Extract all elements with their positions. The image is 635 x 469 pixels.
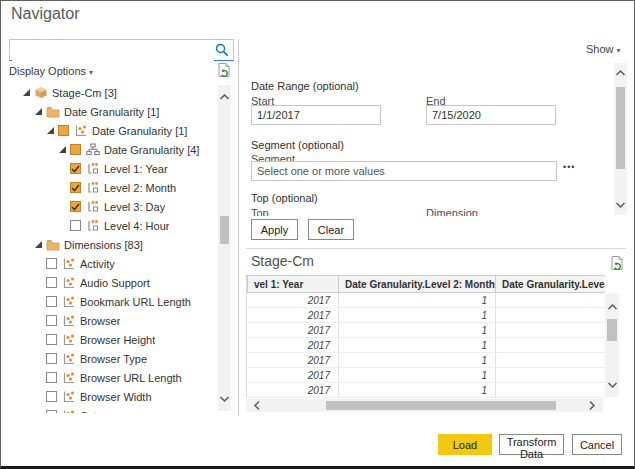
checkbox[interactable] (70, 144, 81, 155)
chevron-right-icon[interactable] (587, 400, 597, 411)
form-scrollbar[interactable] (614, 63, 627, 215)
table-cell: 2017 (248, 308, 339, 323)
checkbox[interactable] (46, 410, 57, 413)
tree-item[interactable]: Browser Type (1, 349, 218, 368)
checkbox[interactable] (46, 315, 57, 326)
scatter-icon (62, 257, 76, 270)
tree-item[interactable]: Browser Height (1, 330, 218, 349)
table-cell: 2017 (248, 383, 339, 398)
tree-item-label: Level 1: Year (104, 163, 168, 175)
scrollbar-thumb[interactable] (220, 216, 229, 244)
load-button[interactable]: Load (438, 434, 492, 455)
checkbox[interactable] (58, 125, 69, 136)
tree-item[interactable]: Audio Support (1, 273, 218, 292)
tree-item[interactable]: Date Granularity [1] (1, 102, 218, 121)
checkbox[interactable] (46, 372, 57, 383)
display-options-dropdown[interactable]: Display Options▾ (9, 65, 93, 77)
checkbox[interactable] (70, 182, 81, 193)
table-cell: 1 (339, 308, 496, 323)
table-cell: 2017 (248, 323, 339, 338)
search-icon[interactable] (215, 43, 229, 57)
expander-icon[interactable] (46, 126, 58, 135)
transform-data-button[interactable]: Transform Data (499, 434, 564, 455)
expander-icon[interactable] (34, 107, 46, 116)
chevron-up-icon[interactable] (218, 93, 231, 101)
tree-item[interactable]: Level 1: Year (1, 159, 218, 178)
scatter-icon (62, 295, 76, 308)
tree-item[interactable]: Browser (1, 311, 218, 330)
chevron-down-icon[interactable] (614, 201, 627, 209)
table-cell: 2017 (248, 338, 339, 353)
end-date-field[interactable] (426, 105, 556, 125)
search-input[interactable] (12, 41, 214, 61)
tree-item[interactable]: Level 3: Day (1, 197, 218, 216)
display-options-label: Display Options (9, 65, 86, 77)
tree-item[interactable]: Browser URL Length (1, 368, 218, 387)
scrollbar-thumb[interactable] (616, 87, 625, 169)
expander-icon[interactable] (22, 88, 34, 97)
checkbox[interactable] (70, 201, 81, 212)
tree-item[interactable]: Dimensions [83] (1, 235, 218, 254)
preview-table-container: vel 1: YearDate Granularity.Level 2: Mon… (246, 275, 605, 398)
tree-scrollbar[interactable] (218, 85, 231, 411)
table-h-scrollbar[interactable] (246, 399, 603, 412)
chevron-up-icon[interactable] (614, 69, 627, 77)
tree-item[interactable]: Level 2: Month (1, 178, 218, 197)
table-row: 201712 (248, 308, 606, 323)
tree-item[interactable]: Date Granularity [4] (1, 140, 218, 159)
tree-item[interactable]: Date Granularity [1] (1, 121, 218, 140)
table-column-header[interactable]: Date Granularity.Level 3: Day (496, 276, 606, 293)
checkbox[interactable] (70, 163, 81, 174)
checkbox[interactable] (46, 334, 57, 345)
checkbox[interactable] (46, 258, 57, 269)
apply-button[interactable]: Apply (251, 219, 298, 240)
table-row: 201713 (248, 323, 606, 338)
checkbox[interactable] (70, 220, 81, 231)
level-icon (86, 200, 100, 213)
expander-icon[interactable] (58, 145, 70, 154)
dimension-label: Dimension (426, 207, 478, 216)
page-title: Navigator (11, 5, 79, 23)
segment-select[interactable]: Select one or more values (251, 161, 557, 181)
show-dropdown[interactable]: Show▾ (586, 43, 621, 55)
chevron-down-icon[interactable] (218, 395, 231, 403)
refresh-preview-icon[interactable] (609, 255, 625, 271)
segment-section-label: Segment (optional) (251, 139, 344, 151)
tree-item[interactable]: Stage-Cm [3] (1, 83, 218, 102)
chevron-down-icon[interactable] (605, 381, 619, 389)
table-cell: 1 (339, 338, 496, 353)
cube-icon (34, 86, 48, 99)
table-column-header[interactable]: vel 1: Year (248, 276, 339, 293)
tree-item[interactable]: Category (1, 406, 218, 413)
checkbox[interactable] (46, 391, 57, 402)
tree-item-label: Browser (80, 315, 120, 327)
checkbox[interactable] (46, 353, 57, 364)
start-date-field[interactable] (251, 105, 381, 125)
date-range-section-label: Date Range (optional) (251, 80, 359, 92)
search-box[interactable] (9, 39, 234, 61)
tree-item[interactable]: Activity (1, 254, 218, 273)
checkbox[interactable] (46, 296, 57, 307)
tree-item-label: Date Granularity [1] (92, 125, 187, 137)
tree-item[interactable]: Browser Width (1, 387, 218, 406)
refresh-preview-icon[interactable] (216, 62, 232, 78)
show-label: Show (586, 43, 614, 55)
tree-item[interactable]: Level 4: Hour (1, 216, 218, 235)
scrollbar-thumb[interactable] (326, 401, 556, 410)
expander-icon[interactable] (34, 240, 46, 249)
chevron-up-icon[interactable] (605, 303, 619, 311)
tree-item[interactable]: Bookmark URL Length (1, 292, 218, 311)
table-v-scrollbar[interactable] (605, 293, 619, 397)
cancel-button[interactable]: Cancel (572, 434, 622, 455)
table-cell: 5 (496, 353, 606, 368)
scrollbar-thumb[interactable] (607, 319, 617, 341)
segment-ellipsis-button[interactable]: ••• (563, 162, 575, 172)
hierarchy-icon (86, 143, 100, 156)
chevron-left-icon[interactable] (252, 400, 262, 411)
checkbox[interactable] (46, 277, 57, 288)
table-column-header[interactable]: Date Granularity.Level 2: Month (339, 276, 496, 293)
tree-item-label: Category (80, 410, 125, 414)
tree-item-label: Date Granularity [1] (64, 106, 159, 118)
table-cell: 7 (496, 383, 606, 398)
clear-button[interactable]: Clear (308, 219, 354, 240)
